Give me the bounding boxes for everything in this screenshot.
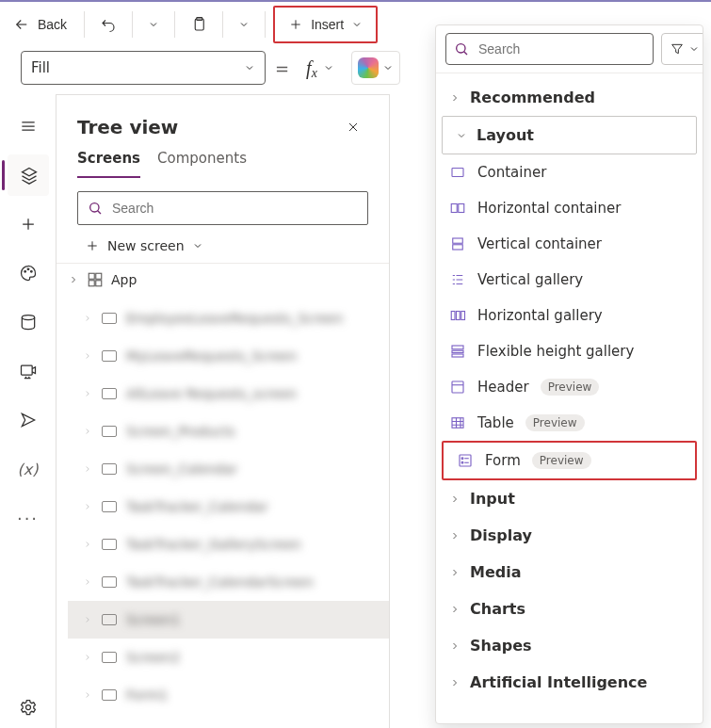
vcontainer-icon: [449, 235, 466, 252]
category-charts[interactable]: Charts: [436, 590, 703, 627]
category-label: Recommended: [470, 89, 595, 106]
tree-item[interactable]: Screen2: [68, 639, 389, 676]
svg-rect-24: [452, 354, 463, 357]
layout-form[interactable]: Form Preview: [442, 441, 697, 480]
undo-icon: [100, 16, 117, 33]
chevron-down-icon: [323, 62, 334, 73]
tree-item[interactable]: Screen1: [68, 601, 389, 639]
header-icon: [449, 379, 466, 396]
tree-item-label: Screen_Products: [126, 424, 235, 439]
tab-components[interactable]: Components: [157, 150, 247, 178]
tree-view-panel: Tree view Screens Components New screen …: [57, 94, 390, 728]
tree-item[interactable]: Screen_Calendar: [68, 450, 389, 488]
more-nav[interactable]: ···: [8, 497, 49, 539]
new-screen-button[interactable]: New screen: [57, 233, 389, 263]
layout-flexible-gallery[interactable]: Flexible height gallery: [436, 333, 703, 369]
theme-nav[interactable]: [8, 252, 49, 294]
svg-rect-11: [89, 281, 94, 286]
fx-button[interactable]: fx: [299, 51, 342, 85]
svg-rect-27: [460, 455, 471, 466]
ellipsis-icon: ···: [17, 509, 39, 528]
undo-dropdown[interactable]: [140, 8, 167, 41]
item-label: Vertical container: [477, 235, 602, 252]
close-tree-button[interactable]: [338, 116, 368, 138]
svg-rect-15: [451, 204, 457, 213]
paste-button[interactable]: [183, 8, 215, 41]
category-input[interactable]: Input: [436, 480, 703, 517]
gear-icon: [19, 698, 38, 717]
category-media[interactable]: Media: [436, 554, 703, 590]
flow-icon: [19, 411, 38, 429]
category-shapes[interactable]: Shapes: [436, 627, 703, 664]
chevron-down-icon: [148, 19, 159, 30]
svg-point-8: [90, 203, 99, 212]
svg-rect-20: [457, 312, 461, 320]
undo-button[interactable]: [92, 8, 124, 41]
tree-item[interactable]: MyLeaveRequests_Screen: [68, 337, 389, 375]
layout-header[interactable]: Header Preview: [436, 369, 703, 405]
tree-view-nav[interactable]: [8, 154, 49, 196]
svg-rect-25: [452, 381, 463, 393]
insert-search[interactable]: [445, 33, 654, 65]
svg-rect-10: [96, 273, 102, 279]
insert-filter-button[interactable]: [661, 33, 703, 65]
property-dropdown[interactable]: Fill: [21, 51, 266, 85]
insert-label: Insert: [311, 17, 344, 32]
table-icon: [449, 414, 466, 431]
category-display[interactable]: Display: [436, 517, 703, 554]
divider: [222, 11, 223, 38]
tree-item[interactable]: Form1: [68, 676, 389, 714]
hamburger-button[interactable]: [8, 105, 49, 147]
chevron-down-icon: [456, 130, 467, 141]
divider: [265, 11, 266, 38]
tree-item-label: EmployeeLeaveRequests_Screen: [126, 311, 343, 326]
svg-rect-17: [453, 238, 463, 243]
variable-icon: (x): [18, 461, 39, 478]
tree-search[interactable]: [77, 191, 368, 225]
insert-button[interactable]: Insert: [279, 8, 372, 41]
hgallery-icon: [449, 307, 466, 324]
back-button[interactable]: Back: [4, 8, 76, 41]
svg-rect-12: [96, 281, 102, 286]
layout-table[interactable]: Table Preview: [436, 405, 703, 441]
screen-icon: [102, 652, 117, 663]
settings-nav[interactable]: [8, 687, 49, 728]
tree-item[interactable]: TaskTracker_Calendar: [68, 488, 389, 526]
svg-rect-19: [451, 312, 455, 320]
tree-item[interactable]: AllLeave Requests_screen: [68, 375, 389, 413]
tab-screens[interactable]: Screens: [77, 150, 140, 178]
paste-dropdown[interactable]: [231, 8, 257, 41]
tree-item-label: TaskTracker_GalleryScreen: [126, 537, 301, 552]
category-ai[interactable]: Artificial Intelligence: [436, 664, 703, 701]
media-nav[interactable]: [8, 350, 49, 392]
back-label: Back: [38, 17, 67, 32]
chevron-right-icon: [449, 640, 461, 652]
copilot-button[interactable]: [351, 51, 400, 85]
tree-item[interactable]: TaskTracker_GalleryScreen: [68, 526, 389, 563]
layout-vertical-gallery[interactable]: Vertical gallery: [436, 262, 703, 298]
chevron-down-icon: [382, 62, 394, 73]
item-label: Flexible height gallery: [477, 343, 634, 360]
category-layout[interactable]: Layout: [442, 116, 697, 154]
svg-point-28: [461, 458, 463, 460]
layout-container[interactable]: Container: [436, 154, 703, 190]
chevron-right-icon: [449, 530, 461, 542]
flows-nav[interactable]: [8, 399, 49, 441]
layout-horizontal-container[interactable]: Horizontal container: [436, 190, 703, 226]
variables-nav[interactable]: (x): [8, 448, 49, 490]
data-nav[interactable]: [8, 301, 49, 343]
svg-point-7: [25, 705, 30, 710]
category-recommended[interactable]: Recommended: [436, 79, 703, 116]
category-label: Display: [470, 526, 532, 544]
tree-item[interactable]: TaskTracker_CalendarScreen: [68, 563, 389, 601]
insert-search-input[interactable]: [477, 40, 645, 57]
layout-horizontal-gallery[interactable]: Horizontal gallery: [436, 298, 703, 333]
tree-root-app[interactable]: App: [57, 263, 389, 296]
insert-nav[interactable]: [8, 203, 49, 245]
preview-badge: Preview: [532, 452, 591, 469]
tree-item[interactable]: Screen_Products: [68, 413, 389, 450]
clipboard-icon: [190, 16, 207, 33]
layout-vertical-container[interactable]: Vertical container: [436, 226, 703, 262]
tree-search-input[interactable]: [110, 200, 358, 217]
tree-item[interactable]: EmployeeLeaveRequests_Screen: [68, 299, 389, 337]
